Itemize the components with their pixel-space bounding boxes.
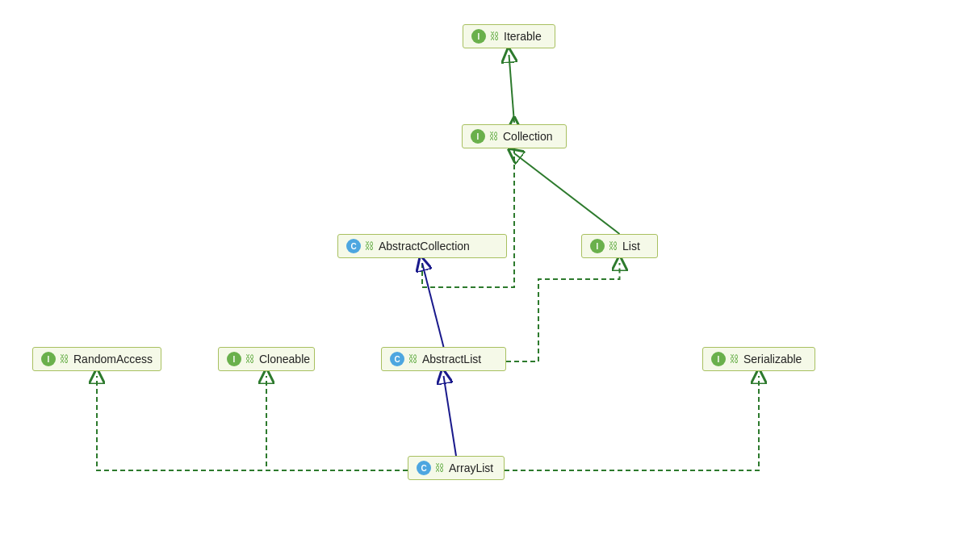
link-icon-list: ⛓	[609, 240, 618, 252]
label-serializable: Serializable	[743, 353, 802, 365]
link-icon-cloneable: ⛓	[245, 353, 255, 365]
node-abstractlist: C⛓AbstractList	[381, 347, 506, 371]
arrow-a1	[509, 55, 515, 123]
label-arraylist: ArrayList	[449, 462, 493, 474]
node-arraylist: C⛓ArrayList	[408, 456, 505, 480]
badge-list: I	[590, 239, 605, 253]
badge-randomaccess: I	[41, 352, 56, 366]
node-iterable: I⛓Iterable	[463, 24, 555, 48]
label-abstractcollection: AbstractCollection	[379, 240, 470, 253]
diagram-container: I⛓IterableI⛓CollectionC⛓AbstractCollecti…	[0, 0, 980, 543]
label-abstractlist: AbstractList	[422, 353, 481, 365]
arrow-a4	[422, 263, 444, 347]
link-icon-arraylist: ⛓	[435, 462, 445, 474]
arrow-a6	[444, 376, 457, 456]
label-list: List	[622, 240, 640, 253]
label-collection: Collection	[503, 130, 552, 143]
label-cloneable: Cloneable	[259, 353, 310, 365]
link-icon-iterable: ⛓	[490, 31, 500, 42]
badge-collection: I	[471, 129, 485, 144]
arrow-a5	[506, 263, 620, 361]
badge-iterable: I	[471, 29, 486, 44]
link-icon-abstractlist: ⛓	[408, 353, 418, 365]
arrow-a9	[505, 376, 759, 470]
node-cloneable: I⛓Cloneable	[218, 347, 315, 371]
node-serializable: I⛓Serializable	[702, 347, 815, 371]
node-collection: I⛓Collection	[462, 124, 567, 148]
link-icon-serializable: ⛓	[730, 353, 739, 365]
label-randomaccess: RandomAccess	[73, 353, 153, 365]
node-randomaccess: I⛓RandomAccess	[32, 347, 161, 371]
arrow-a3	[514, 153, 620, 234]
badge-serializable: I	[711, 352, 726, 366]
badge-cloneable: I	[227, 352, 241, 366]
arrow-a8	[266, 376, 408, 470]
node-list: I⛓List	[581, 234, 658, 258]
link-icon-abstractcollection: ⛓	[365, 240, 375, 252]
badge-abstractcollection: C	[346, 239, 361, 253]
badge-arraylist: C	[417, 461, 431, 475]
link-icon-randomaccess: ⛓	[60, 353, 69, 365]
arrow-a7	[97, 376, 408, 470]
link-icon-collection: ⛓	[489, 131, 499, 142]
arrow-a2	[422, 124, 514, 287]
label-iterable: Iterable	[504, 30, 542, 43]
node-abstractcollection: C⛓AbstractCollection	[337, 234, 507, 258]
badge-abstractlist: C	[390, 352, 404, 366]
